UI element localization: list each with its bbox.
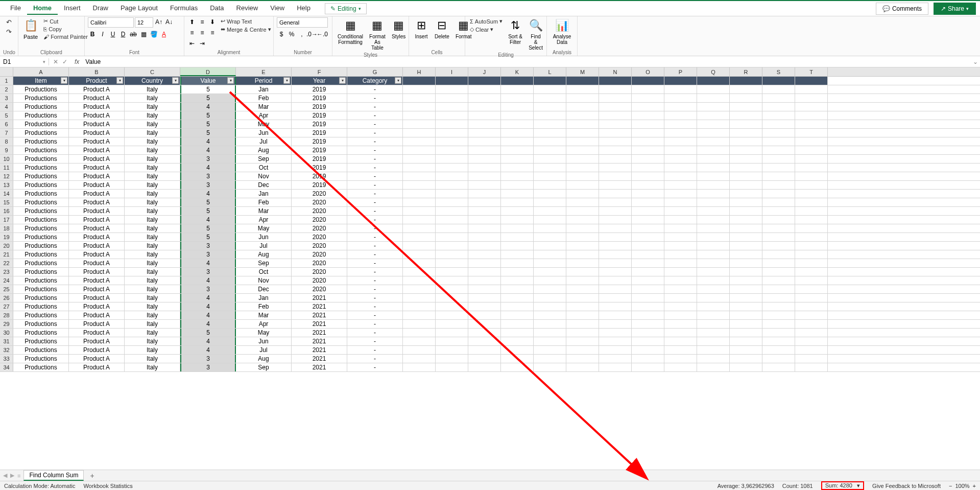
cell-empty[interactable] <box>795 242 828 250</box>
cell-empty[interactable] <box>534 337 566 345</box>
cell-empty[interactable] <box>795 190 828 198</box>
cell-empty[interactable] <box>730 172 762 180</box>
cell-empty[interactable] <box>436 77 468 85</box>
cell-empty[interactable] <box>468 294 501 302</box>
sheet-nav-next[interactable]: ▶ <box>10 472 14 479</box>
cell-empty[interactable] <box>664 224 697 232</box>
cell-empty[interactable] <box>599 233 632 241</box>
row-header-24[interactable]: 24 <box>0 276 13 285</box>
cell-E4[interactable]: Mar <box>236 103 292 111</box>
cell-B4[interactable]: Product A <box>69 103 125 111</box>
cell-A4[interactable]: Productions <box>13 103 69 111</box>
cell-empty[interactable] <box>501 276 534 285</box>
cell-empty[interactable] <box>795 216 828 224</box>
cell-A25[interactable]: Productions <box>13 285 69 293</box>
increase-font-button[interactable]: A↑ <box>154 17 163 27</box>
cell-empty[interactable] <box>762 155 795 163</box>
cell-F20[interactable]: 2020 <box>292 242 347 250</box>
sort-filter-button[interactable]: ⇅Sort & Filter <box>506 17 524 46</box>
cell-C18[interactable]: Italy <box>125 224 180 232</box>
cell-empty[interactable] <box>403 259 436 267</box>
cell-B15[interactable]: Product A <box>69 198 125 206</box>
cell-B34[interactable]: Product A <box>69 363 125 371</box>
cell-G14[interactable]: - <box>347 190 403 198</box>
underline-button[interactable]: U <box>108 30 117 39</box>
cell-E27[interactable]: Feb <box>236 302 292 311</box>
cell-C28[interactable]: Italy <box>125 311 180 319</box>
cell-empty[interactable] <box>632 129 664 137</box>
undo-button[interactable]: ↶ <box>3 17 14 27</box>
cell-C14[interactable]: Italy <box>125 190 180 198</box>
cell-empty[interactable] <box>599 320 632 328</box>
cell-empty[interactable] <box>436 346 468 354</box>
cell-empty[interactable] <box>403 329 436 337</box>
cell-F14[interactable]: 2020 <box>292 190 347 198</box>
cell-E29[interactable]: Apr <box>236 320 292 328</box>
zoom-in-button[interactable]: + <box>973 483 976 489</box>
cell-G27[interactable]: - <box>347 302 403 311</box>
cell-C11[interactable]: Italy <box>125 164 180 172</box>
cell-D19[interactable]: 5 <box>180 233 236 241</box>
cell-empty[interactable] <box>632 155 664 163</box>
row-header-10[interactable]: 10 <box>0 155 13 163</box>
cell-A11[interactable]: Productions <box>13 164 69 172</box>
cell-A28[interactable]: Productions <box>13 311 69 319</box>
table-header-value[interactable]: Value▾ <box>180 77 236 85</box>
cell-empty[interactable] <box>534 198 566 206</box>
cell-E28[interactable]: Mar <box>236 311 292 319</box>
cell-D3[interactable]: 5 <box>180 94 236 102</box>
cell-empty[interactable] <box>795 276 828 285</box>
row-header-14[interactable]: 14 <box>0 190 13 198</box>
table-header-item[interactable]: Item▾ <box>13 77 69 85</box>
decrease-decimal-button[interactable]: ←.0 <box>318 30 327 39</box>
sheet-nav-prev[interactable]: ◀ <box>3 472 7 479</box>
cell-styles-button[interactable]: ▦Styles <box>390 17 408 40</box>
cell-empty[interactable] <box>795 346 828 354</box>
cell-empty[interactable] <box>697 129 730 137</box>
cell-A34[interactable]: Productions <box>13 363 69 371</box>
cell-empty[interactable] <box>403 224 436 232</box>
cell-A22[interactable]: Productions <box>13 259 69 267</box>
cell-F5[interactable]: 2019 <box>292 111 347 120</box>
cell-E24[interactable]: Nov <box>236 276 292 285</box>
cell-empty[interactable] <box>436 320 468 328</box>
cell-C12[interactable]: Italy <box>125 172 180 180</box>
cell-empty[interactable] <box>697 155 730 163</box>
cell-empty[interactable] <box>599 329 632 337</box>
cell-empty[interactable] <box>403 346 436 354</box>
table-header-category[interactable]: Category▾ <box>347 77 403 85</box>
cell-empty[interactable] <box>632 190 664 198</box>
cell-empty[interactable] <box>762 216 795 224</box>
cell-G5[interactable]: - <box>347 111 403 120</box>
cell-E11[interactable]: Oct <box>236 164 292 172</box>
cell-empty[interactable] <box>632 120 664 128</box>
cell-empty[interactable] <box>501 181 534 189</box>
cell-empty[interactable] <box>501 77 534 85</box>
cell-empty[interactable] <box>403 190 436 198</box>
cell-empty[interactable] <box>436 224 468 232</box>
cell-C3[interactable]: Italy <box>125 94 180 102</box>
cell-empty[interactable] <box>468 146 501 154</box>
cell-empty[interactable] <box>762 268 795 276</box>
cell-empty[interactable] <box>599 224 632 232</box>
cell-G34[interactable]: - <box>347 363 403 371</box>
cell-empty[interactable] <box>403 103 436 111</box>
select-all-corner[interactable] <box>0 67 13 76</box>
row-header-9[interactable]: 9 <box>0 146 13 154</box>
column-header-H[interactable]: H <box>403 67 436 76</box>
cell-empty[interactable] <box>436 329 468 337</box>
cell-empty[interactable] <box>534 216 566 224</box>
row-header-33[interactable]: 33 <box>0 355 13 363</box>
cell-empty[interactable] <box>697 146 730 154</box>
cell-D12[interactable]: 3 <box>180 172 236 180</box>
cell-empty[interactable] <box>730 155 762 163</box>
column-header-G[interactable]: G <box>347 67 403 76</box>
cell-empty[interactable] <box>664 216 697 224</box>
cell-empty[interactable] <box>534 259 566 267</box>
cell-empty[interactable] <box>403 276 436 285</box>
cell-empty[interactable] <box>501 94 534 102</box>
cell-empty[interactable] <box>697 111 730 120</box>
formula-input[interactable]: Value <box>82 58 971 65</box>
cell-A8[interactable]: Productions <box>13 137 69 146</box>
column-header-Q[interactable]: Q <box>697 67 730 76</box>
